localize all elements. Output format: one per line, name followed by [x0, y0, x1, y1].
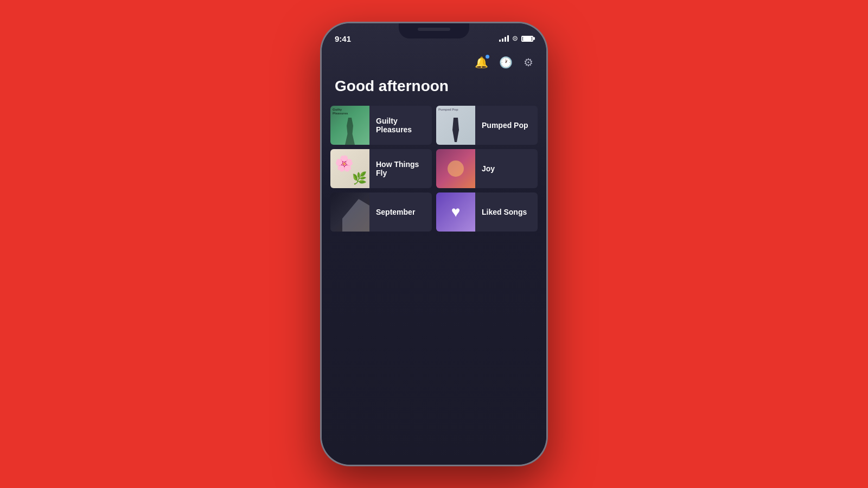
- top-icons-bar: 🔔 🕐 ⚙: [322, 47, 546, 73]
- playlist-row-3: September Liked Songs: [330, 192, 538, 232]
- playlist-row-1: GuiltyPleasures Guilty Pleasures Pumped …: [330, 106, 538, 145]
- playlist-item-september[interactable]: September: [330, 192, 432, 232]
- signal-icon: [499, 35, 509, 42]
- playlist-thumb-pumped-pop: Pumped Pop: [436, 106, 475, 145]
- notifications-button[interactable]: 🔔: [475, 56, 488, 69]
- phone-speaker: [418, 28, 450, 31]
- playlist-thumb-how-things-fly: [330, 149, 369, 188]
- playlist-item-joy[interactable]: Joy: [436, 149, 538, 188]
- settings-button[interactable]: ⚙: [524, 56, 533, 69]
- playlist-label-liked-songs: Liked Songs: [475, 208, 538, 216]
- playlist-row-2: How Things Fly Joy: [330, 149, 538, 188]
- notification-dot: [486, 55, 489, 59]
- wifi-icon: ⊜: [512, 34, 518, 42]
- battery-icon: [521, 36, 533, 42]
- playlist-label-september: September: [369, 208, 432, 216]
- status-icons: ⊜: [499, 35, 533, 42]
- playlist-thumb-guilty-pleasures: GuiltyPleasures: [330, 106, 369, 145]
- phone-screen: 9:41 ⊜ 🔔 🕐 ⚙ Good afternoon: [322, 23, 546, 465]
- playlist-item-pumped-pop[interactable]: Pumped Pop Pumped Pop: [436, 106, 538, 145]
- greeting-text: Good afternoon: [322, 73, 546, 106]
- playlist-label-how-things-fly: How Things Fly: [369, 160, 432, 177]
- status-time: 9:41: [335, 34, 351, 43]
- playlist-label-joy: Joy: [475, 164, 538, 173]
- playlist-grid: GuiltyPleasures Guilty Pleasures Pumped …: [322, 106, 546, 232]
- playlist-label-guilty-pleasures: Guilty Pleasures: [369, 117, 432, 134]
- phone-notch: [399, 23, 469, 38]
- playlist-item-how-things-fly[interactable]: How Things Fly: [330, 149, 432, 188]
- playlist-item-guilty-pleasures[interactable]: GuiltyPleasures Guilty Pleasures: [330, 106, 432, 145]
- playlist-thumb-september: [330, 192, 369, 232]
- playlist-item-liked-songs[interactable]: Liked Songs: [436, 192, 538, 232]
- history-button[interactable]: 🕐: [499, 56, 513, 69]
- phone-frame: 9:41 ⊜ 🔔 🕐 ⚙ Good afternoon: [320, 22, 548, 466]
- playlist-thumb-joy: [436, 149, 475, 188]
- playlist-thumb-liked-songs: [436, 192, 475, 232]
- playlist-label-pumped-pop: Pumped Pop: [475, 121, 538, 130]
